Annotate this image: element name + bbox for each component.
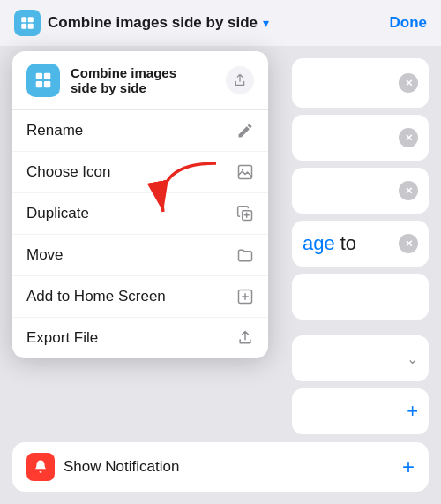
svg-rect-4 — [36, 73, 42, 79]
svg-rect-8 — [239, 166, 252, 179]
svg-point-9 — [242, 169, 244, 171]
to-text: to — [340, 232, 356, 255]
notification-add-button[interactable]: + — [402, 455, 415, 479]
svg-rect-6 — [36, 81, 42, 87]
svg-rect-3 — [28, 24, 34, 29]
notification-left: Show Notification — [26, 453, 179, 481]
close-icon-3[interactable]: ✕ — [399, 181, 418, 200]
menu-item-choose-icon[interactable]: Choose Icon — [12, 152, 268, 193]
x-label-4: ✕ — [405, 238, 413, 250]
svg-rect-2 — [21, 24, 26, 29]
notification-bell-icon — [26, 453, 55, 481]
rename-label: Rename — [26, 122, 83, 139]
close-icon-1[interactable]: ✕ — [399, 73, 418, 93]
close-icon-4[interactable]: ✕ — [399, 234, 418, 253]
done-button[interactable]: Done — [390, 14, 428, 32]
menu-item-add-home[interactable]: Add to Home Screen — [12, 276, 268, 318]
dropdown-header-title: Combine imagesside by side — [71, 65, 215, 95]
plus-square-icon — [236, 288, 254, 305]
age-text: age — [303, 232, 335, 255]
image-icon — [236, 163, 254, 181]
notification-bar: Show Notification + — [12, 442, 429, 492]
x-label-2: ✕ — [405, 132, 413, 144]
duplicate-icon — [236, 205, 254, 222]
bg-card-right-1: ✕ — [292, 58, 429, 108]
menu-item-rename[interactable]: Rename — [12, 110, 268, 152]
top-bar-title: Combine images side by side — [48, 14, 258, 32]
x-label: ✕ — [405, 78, 413, 89]
plus-icon-right: + — [407, 400, 418, 423]
top-bar: Combine images side by side ▾ Done — [0, 0, 441, 46]
pencil-icon — [236, 122, 254, 139]
svg-rect-5 — [44, 73, 50, 79]
top-bar-title-group[interactable]: Combine images side by side ▾ — [48, 14, 269, 32]
shortcut-icon — [14, 10, 41, 36]
menu-item-export[interactable]: Export File — [12, 318, 268, 358]
top-bar-left: Combine images side by side ▾ — [14, 10, 269, 36]
chevron-down-right-icon: ⌄ — [407, 350, 418, 367]
chevron-down-icon: ▾ — [263, 16, 269, 30]
svg-rect-1 — [28, 17, 34, 22]
bg-card-right-2: ✕ — [292, 115, 429, 161]
bg-card-move — [292, 274, 429, 320]
bg-card-export: + — [292, 388, 429, 434]
duplicate-label: Duplicate — [26, 205, 89, 222]
svg-rect-0 — [21, 17, 26, 22]
bg-card-duplicate: age to ✕ — [292, 221, 429, 267]
menu-item-duplicate[interactable]: Duplicate — [12, 193, 268, 235]
export-label: Export File — [26, 329, 98, 347]
close-icon-2[interactable]: ✕ — [399, 128, 418, 147]
share-button[interactable] — [226, 66, 254, 94]
bg-card-add-home: ⌄ — [292, 335, 429, 381]
dropdown-menu: Combine imagesside by side Rename Choose… — [12, 51, 268, 358]
export-icon — [236, 329, 254, 347]
add-home-label: Add to Home Screen — [26, 288, 166, 305]
dropdown-header: Combine imagesside by side — [12, 51, 268, 110]
bg-card-right-3: ✕ — [292, 168, 429, 214]
folder-icon — [236, 246, 254, 264]
menu-item-move[interactable]: Move — [12, 235, 268, 276]
x-label-3: ✕ — [405, 185, 413, 197]
notification-label: Show Notification — [64, 458, 179, 476]
move-label: Move — [26, 246, 64, 264]
choose-icon-label: Choose Icon — [26, 163, 110, 181]
dropdown-header-shortcut-icon — [26, 64, 60, 97]
svg-rect-7 — [44, 81, 50, 87]
